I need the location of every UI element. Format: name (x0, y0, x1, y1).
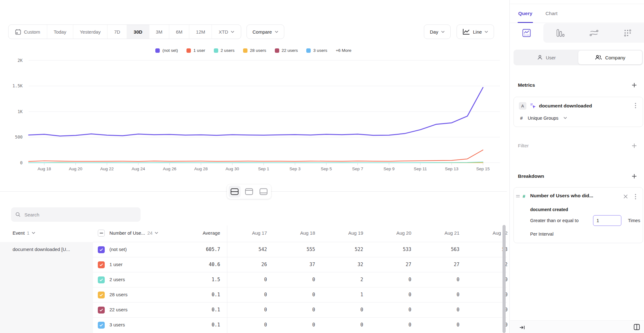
range-yesterday[interactable]: Yesterday (73, 25, 108, 39)
granularity-label: Day (430, 29, 438, 35)
range-label: 7D (114, 29, 120, 35)
event-column-header[interactable]: Event 1 (13, 230, 35, 236)
chart-type-selector (510, 23, 644, 43)
series-checkbox[interactable] (98, 307, 105, 314)
cell-value: 0 (275, 277, 323, 282)
series-checkbox[interactable] (98, 322, 105, 329)
average-column-header: Average (176, 230, 220, 236)
add-filter-button[interactable] (631, 142, 638, 149)
range-label: Today (54, 29, 66, 35)
range-label: XTD (219, 29, 228, 35)
cell-value: 53 (468, 247, 516, 252)
table-scrollbar[interactable] (502, 225, 506, 333)
search-input[interactable] (25, 212, 136, 217)
series-column-header[interactable]: Number of Use... 24 (109, 230, 158, 236)
range-6m[interactable]: 6M (169, 25, 189, 39)
check-icon (99, 324, 103, 327)
metric-card[interactable]: A document downloaded # Unique Groups (514, 97, 643, 127)
compare-button[interactable]: Compare (247, 25, 284, 39)
range-3m[interactable]: 3M (149, 25, 169, 39)
chart-type-label: Line (473, 29, 482, 35)
breakdown-heading: Breakdown (518, 173, 544, 179)
metric-menu-icon[interactable] (632, 102, 639, 109)
layout-columns-icon[interactable] (633, 323, 641, 331)
cell-value: 0 (323, 322, 371, 328)
cell-value: 0 (468, 322, 516, 328)
range-label: 30D (134, 29, 142, 35)
breakdown-menu-icon[interactable] (632, 193, 639, 200)
scope-user[interactable]: User (514, 51, 578, 64)
date-column-header: Aug 19 (323, 230, 371, 236)
metric-measure-selector[interactable]: # Unique Groups (520, 115, 567, 121)
layout-toggle-chart-bottom-view[interactable] (258, 186, 269, 198)
layout-toggle-split-view[interactable] (229, 186, 241, 198)
chevron-down-icon (32, 232, 35, 234)
range-12m[interactable]: 12M (189, 25, 212, 39)
add-breakdown-button[interactable] (631, 173, 638, 180)
range-label: 12M (196, 29, 205, 35)
check-icon (99, 263, 103, 266)
series-count: 24 (147, 230, 153, 236)
columns-icon (634, 324, 640, 330)
date-column-header: Aug 17 (227, 230, 275, 236)
event-click-icon (530, 102, 536, 109)
event-list-item[interactable]: document downloaded [U... (0, 242, 93, 252)
range-custom[interactable]: Custom (8, 25, 47, 39)
chevron-down-icon (231, 31, 234, 33)
table-row: 2 users1.5002000 (93, 272, 507, 287)
series-label: 2 users (109, 277, 125, 282)
event-count: 1 (27, 230, 29, 236)
svg-text:Aug 24: Aug 24 (131, 166, 145, 171)
range-30d[interactable]: 30D (127, 25, 149, 39)
layout-toggle-chart-top-view[interactable] (243, 186, 255, 198)
breakdown-value-input[interactable] (593, 215, 621, 226)
chevron-down-icon (485, 31, 488, 33)
series-checkbox[interactable] (98, 292, 105, 298)
breakdown-card[interactable]: # Number of Users who did... document cr… (514, 187, 643, 243)
scope-company[interactable]: Company (578, 51, 642, 64)
event-header-label: Event (13, 230, 25, 236)
remove-breakdown-button[interactable] (622, 193, 629, 200)
collapse-panel-icon[interactable] (519, 324, 525, 331)
average-value: 605.7 (176, 247, 220, 252)
date-range-group: CustomTodayYesterday7D30D3M6M12MXTD (8, 25, 241, 39)
series-checkbox[interactable] (98, 261, 105, 268)
cell-value: 37 (275, 262, 323, 267)
breakdown-unit-label: Times (628, 218, 640, 223)
chart-type-bar[interactable] (543, 23, 577, 43)
search-box (11, 207, 141, 222)
range-7d[interactable]: 7D (108, 25, 127, 39)
compare-label: Compare (253, 29, 272, 35)
chart-type-grid[interactable] (611, 23, 644, 43)
series-label: 28 users (109, 292, 128, 297)
svg-text:Sep 5: Sep 5 (321, 166, 332, 171)
drag-handle-icon[interactable] (516, 195, 520, 197)
scope-company-label: Company (605, 55, 625, 60)
plus-icon (632, 174, 637, 179)
cell-value: 0 (275, 292, 323, 298)
granularity-button[interactable]: Day (424, 25, 451, 39)
chart-type-button[interactable]: Line (457, 25, 494, 39)
series-label: 22 users (109, 307, 128, 312)
cell-value: 0 (227, 307, 275, 313)
event-list-panel: document downloaded [U... (0, 242, 93, 333)
select-all-checkbox[interactable] (98, 230, 105, 237)
range-today[interactable]: Today (47, 25, 73, 39)
check-icon (99, 308, 103, 312)
series-checkbox[interactable] (98, 246, 105, 253)
check-icon (99, 248, 103, 251)
series-checkbox[interactable] (98, 276, 105, 283)
range-xtd[interactable]: XTD (212, 25, 241, 39)
svg-text:1K: 1K (18, 109, 23, 114)
svg-text:0: 0 (20, 160, 23, 165)
average-value: 0.1 (176, 307, 220, 313)
cell-value: 542 (227, 247, 275, 252)
layout-toggle-group (227, 184, 271, 199)
tab-query[interactable]: Query (518, 4, 532, 23)
breakdown-title: Number of Users who did... (530, 193, 593, 199)
chart-type-flow[interactable] (577, 23, 611, 43)
chart-type-line[interactable] (510, 23, 543, 43)
cell-value: 26 (227, 262, 275, 267)
tab-chart[interactable]: Chart (546, 4, 558, 23)
add-metric-button[interactable] (631, 82, 638, 89)
